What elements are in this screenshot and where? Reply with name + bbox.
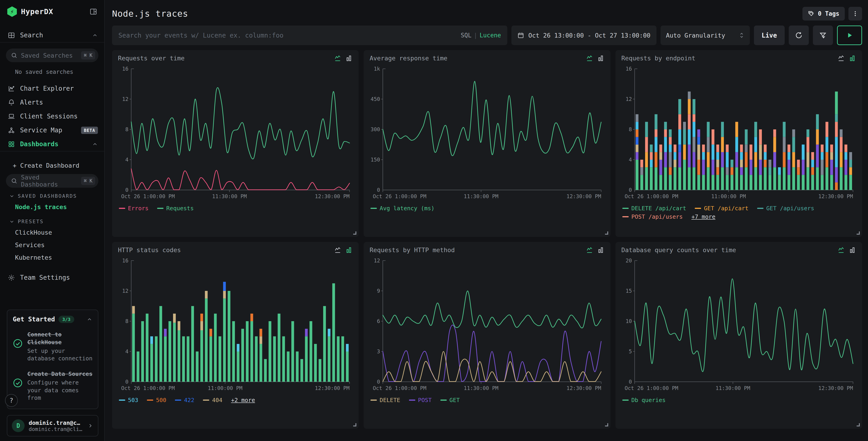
svg-text:12: 12: [122, 288, 128, 294]
svg-text:11:00:00 PM: 11:00:00 PM: [208, 385, 242, 391]
presets-group-toggle[interactable]: PRESETS: [6, 213, 98, 226]
svg-text:6: 6: [377, 318, 380, 324]
legend-item[interactable]: 422: [175, 397, 194, 404]
chevron-up-icon: [87, 316, 92, 322]
chart-panel: Database query counts over time 20151050…: [616, 242, 862, 429]
chart-panel: Requests by endpoint 1612840Oct 26 1:00:…: [616, 50, 862, 237]
filter-button[interactable]: [813, 26, 833, 45]
legend-item[interactable]: Errors: [119, 205, 149, 212]
legend-item[interactable]: GET /api/cart: [695, 205, 748, 212]
time-range-picker[interactable]: Oct 26 13:00:00 - Oct 27 13:00:00: [512, 26, 656, 45]
legend-item[interactable]: Db queries: [622, 397, 666, 404]
chart-canvas[interactable]: 1k4503001500Oct 26 1:00:00 PM11:30:00 PM…: [370, 64, 604, 202]
chevron-up-icon: [92, 141, 98, 147]
legend-item[interactable]: Avg latency (ms): [370, 205, 434, 212]
tags-button[interactable]: 0 Tags: [802, 7, 845, 21]
legend-item[interactable]: 500: [147, 397, 166, 404]
gear-icon: [8, 274, 15, 281]
line-chart-toggle-icon[interactable]: [586, 55, 593, 63]
panel-resize-handle[interactable]: [605, 423, 608, 427]
shortcut-badge: ⌘ K: [81, 177, 95, 185]
event-search-input[interactable]: Search your events w/ Lucene ex. column:…: [112, 26, 507, 45]
sidebar-item-alerts[interactable]: Alerts: [0, 95, 104, 109]
chart-canvas[interactable]: 1612840Oct 26 1:00:00 PM11:00:00 PM12:30…: [621, 64, 856, 202]
chevron-down-icon: [9, 194, 14, 199]
svg-text:12: 12: [122, 96, 128, 102]
panel-resize-handle[interactable]: [857, 423, 860, 427]
legend-item[interactable]: POST /api/users: [622, 213, 683, 220]
get-started-progress-badge: 3/3: [59, 316, 74, 323]
sidebar-item-search[interactable]: Search: [0, 28, 104, 42]
panel-menu-button[interactable]: [848, 7, 862, 21]
sidebar-item-team-settings[interactable]: Team Settings: [0, 268, 104, 286]
chart-canvas[interactable]: 1612840Oct 26 1:00:00 PM11:30:00 PM12:30…: [118, 64, 353, 202]
line-chart-toggle-icon[interactable]: [334, 55, 341, 63]
group-label-text: SAVED DASHBOARDS: [18, 193, 77, 199]
legend-item[interactable]: POST: [409, 397, 432, 404]
legend-item[interactable]: Requests: [157, 205, 193, 212]
chart-canvas[interactable]: 1612840Oct 26 1:00:00 PM11:00:00 PM12:30…: [118, 256, 353, 393]
help-button[interactable]: ?: [5, 394, 18, 407]
legend-more-link[interactable]: +2 more: [231, 397, 255, 404]
legend-item[interactable]: DELETE: [370, 397, 400, 404]
legend-more-link[interactable]: +7 more: [691, 213, 715, 220]
bar-chart-toggle-icon[interactable]: [597, 55, 604, 63]
chevron-right-icon: [87, 423, 93, 429]
sidebar-item-chart-explorer[interactable]: Chart Explorer: [0, 82, 104, 95]
svg-text:0: 0: [377, 379, 380, 385]
preset-item-services[interactable]: Services: [6, 239, 98, 251]
svg-text:150: 150: [371, 157, 380, 163]
panel-resize-handle[interactable]: [605, 231, 608, 235]
line-chart-toggle-icon[interactable]: [837, 55, 845, 63]
user-menu[interactable]: D dominic.tran@c… dominic.tran@cli…: [7, 415, 98, 436]
create-dashboard-button[interactable]: + Create Dashboard: [6, 157, 98, 174]
svg-text:4: 4: [629, 157, 632, 163]
collapse-sidebar-button[interactable]: [89, 7, 98, 16]
legend-item[interactable]: 404: [203, 397, 222, 404]
line-chart-toggle-icon[interactable]: [334, 246, 341, 255]
get-started-title: Get Started: [13, 316, 55, 323]
saved-dashboards-input[interactable]: Saved Dashboards ⌘ K: [6, 174, 98, 188]
run-query-button[interactable]: [837, 26, 862, 45]
chart-canvas[interactable]: 129630Oct 26 1:00:00 PM11:30:00 PM12:30:…: [370, 256, 604, 393]
legend-item[interactable]: GET: [440, 397, 460, 404]
chart-title: Requests by endpoint: [621, 55, 695, 62]
bar-chart-toggle-icon[interactable]: [849, 55, 856, 63]
saved-dashboards-group-toggle[interactable]: SAVED DASHBOARDS: [6, 188, 98, 201]
preset-item-kubernetes[interactable]: Kubernetes: [6, 251, 98, 264]
panel-resize-handle[interactable]: [353, 423, 356, 427]
sidebar-item-client-sessions[interactable]: Client Sessions: [0, 109, 104, 123]
bar-chart-toggle-icon[interactable]: [345, 246, 353, 255]
get-started-item[interactable]: Connect to ClickHouse Set up your databa…: [13, 331, 92, 362]
panel-resize-handle[interactable]: [857, 231, 860, 235]
live-button[interactable]: Live: [754, 26, 785, 45]
sidebar-item-dashboards[interactable]: Dashboards: [0, 137, 104, 151]
bar-chart-toggle-icon[interactable]: [345, 55, 353, 63]
svg-text:8: 8: [629, 126, 632, 133]
svg-text:11:30:00 PM: 11:30:00 PM: [464, 385, 498, 391]
query-language-toggle[interactable]: SQL|Lucene: [461, 32, 501, 39]
no-saved-searches-text: No saved searches: [6, 62, 98, 78]
sidebar-item-label: Chart Explorer: [20, 85, 98, 92]
panel-resize-handle[interactable]: [353, 231, 356, 235]
dashboard-item-nodejs-traces[interactable]: Node.js traces: [6, 201, 98, 213]
legend-item[interactable]: GET /api/users: [757, 205, 814, 212]
get-started-item[interactable]: Create Data Sources Configure where your…: [13, 370, 92, 402]
sidebar-item-service-map[interactable]: Service Map BETA: [0, 123, 104, 137]
granularity-select[interactable]: Auto Granularity: [660, 26, 750, 45]
chart-canvas[interactable]: 20151050Oct 26 1:00:00 PM11:30:00 PM12:3…: [621, 256, 856, 393]
svg-text:16: 16: [122, 258, 128, 264]
legend-item[interactable]: DELETE /api/cart: [622, 205, 686, 212]
chart-title: Average response time: [370, 55, 447, 62]
saved-searches-input[interactable]: Saved Searches ⌘ K: [6, 49, 98, 62]
refresh-button[interactable]: [789, 26, 809, 45]
preset-item-clickhouse[interactable]: ClickHouse: [6, 226, 98, 239]
svg-text:11:30:00 PM: 11:30:00 PM: [464, 194, 498, 199]
legend-item[interactable]: 503: [119, 397, 138, 404]
avatar: D: [12, 419, 25, 432]
get-started-header[interactable]: Get Started 3/3: [13, 316, 92, 323]
line-chart-toggle-icon[interactable]: [586, 246, 593, 255]
bar-chart-toggle-icon[interactable]: [597, 246, 604, 255]
bar-chart-toggle-icon[interactable]: [849, 246, 856, 255]
line-chart-toggle-icon[interactable]: [837, 246, 845, 255]
